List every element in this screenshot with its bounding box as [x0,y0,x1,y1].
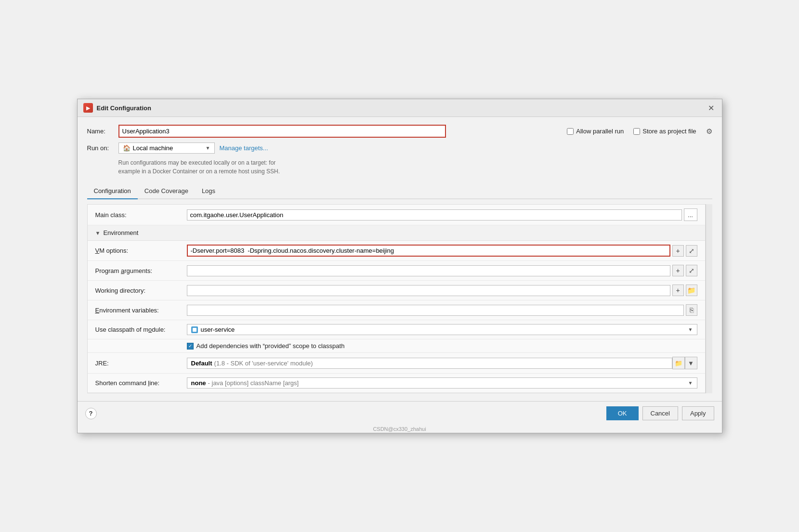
vm-options-input-group: + ⤢ [187,245,697,257]
jre-browse-button[interactable]: 📁 [672,357,685,369]
tabs-row: Configuration Code Coverage Logs [87,183,712,199]
dialog-body: Name: Allow parallel run Store as projec… [78,117,722,401]
working-directory-input[interactable] [187,285,670,296]
vm-options-label: VM options: [95,247,187,254]
run-on-label: Run on: [87,144,114,152]
environment-variables-copy-button[interactable]: ⎘ [686,304,697,316]
jre-dropdown-button[interactable]: ▼ [685,357,697,369]
content-wrapper: Main class: ... ▼ Environment VM options… [87,204,712,393]
run-on-select[interactable]: 🏠 Local machine ▼ [118,143,215,154]
home-icon: 🏠 [123,144,131,152]
environment-section-title: Environment [103,229,138,236]
run-on-value: Local machine [133,144,173,152]
vm-options-add-button[interactable]: + [672,245,684,257]
environment-section-header[interactable]: ▼ Environment [88,225,705,241]
jre-value-light: (1.8 - SDK of 'user-service' module) [214,360,313,367]
classpath-row: Use classpath of module: user-service ▼ [88,320,705,339]
scrollbar[interactable] [706,204,712,393]
tab-code-coverage[interactable]: Code Coverage [138,183,195,198]
program-arguments-expand-button[interactable]: ⤢ [686,265,697,276]
jre-row: JRE: Default (1.8 - SDK of 'user-service… [88,353,705,374]
watermark: CSDN@cx330_zhahui [78,425,722,433]
working-directory-browse-button[interactable]: 📁 [686,285,697,296]
shorten-value-light: - java [options] className [args] [208,379,299,387]
main-class-input[interactable] [187,209,682,221]
gear-icon[interactable]: ⚙ [706,127,712,136]
name-row: Name: Allow parallel run Store as projec… [87,125,712,138]
name-options: Allow parallel run Store as project file… [567,127,712,136]
cancel-button[interactable]: Cancel [642,406,678,420]
vm-options-expand-button[interactable]: ⤢ [686,245,697,257]
working-directory-add-button[interactable]: + [672,285,684,296]
jre-select[interactable]: Default (1.8 - SDK of 'user-service' mod… [187,358,672,369]
jre-label: JRE: [95,360,187,367]
jre-value-bold: Default [191,360,212,367]
manage-targets-link[interactable]: Manage targets... [220,144,268,152]
main-class-input-group: ... [187,208,697,221]
tab-logs[interactable]: Logs [195,183,222,198]
main-class-label: Main class: [95,211,187,219]
main-class-browse-button[interactable]: ... [684,208,697,221]
add-dependencies-label[interactable]: ✓ Add dependencies with “provided” scope… [187,342,697,350]
environment-variables-label: Environment variables: [95,307,187,314]
shorten-command-row: Shorten command line: none - java [optio… [88,374,705,393]
name-input[interactable] [118,125,446,138]
close-button[interactable]: ✕ [707,103,716,113]
allow-parallel-checkbox[interactable] [567,128,574,135]
vm-options-row: VM options: + ⤢ [88,241,705,261]
environment-variables-input-group: ⎘ [187,304,697,316]
environment-variables-row: Environment variables: ⎘ [88,300,705,320]
hint-text: Run configurations may be executed local… [118,158,712,176]
module-select-arrow: ▼ [688,327,693,332]
tab-configuration[interactable]: Configuration [87,183,138,198]
shorten-select[interactable]: none - java [options] className [args] ▼ [187,377,697,389]
jre-buttons: 📁 ▼ [672,357,697,369]
working-directory-input-group: + 📁 [187,285,697,296]
shorten-value-bold: none [191,379,206,387]
dialog-title: Edit Configuration [97,104,151,112]
apply-button[interactable]: Apply [682,406,714,420]
shorten-command-label: Shorten command line: [95,379,187,387]
program-arguments-row: Program arguments: + ⤢ [88,261,705,281]
dialog-footer: ? OK Cancel Apply [78,401,722,425]
title-bar: ▶ Edit Configuration ✕ [78,99,722,117]
title-bar-left: ▶ Edit Configuration [83,103,151,113]
module-icon [191,326,198,333]
module-select[interactable]: user-service ▼ [187,324,697,335]
run-on-dropdown-arrow: ▼ [206,145,210,151]
environment-variables-input[interactable] [187,305,684,316]
run-on-row: Run on: 🏠 Local machine ▼ Manage targets… [87,143,712,154]
working-directory-label: Working directory: [95,287,187,294]
ok-button[interactable]: OK [606,406,639,420]
program-arguments-add-button[interactable]: + [672,265,684,276]
store-as-project-checkbox[interactable] [633,128,640,135]
program-arguments-input[interactable] [187,265,670,276]
app-icon: ▶ [83,103,93,113]
classpath-label: Use classpath of module: [95,326,187,333]
shorten-select-arrow: ▼ [688,380,693,386]
add-dependencies-checkbox[interactable]: ✓ [187,343,194,350]
name-label: Name: [87,128,114,135]
main-class-row: Main class: ... [88,205,705,225]
content-area: Main class: ... ▼ Environment VM options… [87,204,706,393]
store-as-project-label[interactable]: Store as project file [633,128,696,135]
program-arguments-label: Program arguments: [95,267,187,274]
edit-configuration-dialog: ▶ Edit Configuration ✕ Name: Allow paral… [77,99,722,433]
module-name: user-service [201,326,235,333]
allow-parallel-label[interactable]: Allow parallel run [567,128,624,135]
help-button[interactable]: ? [85,408,97,419]
program-arguments-input-group: + ⤢ [187,265,697,276]
footer-buttons: OK Cancel Apply [606,406,714,420]
vm-options-input[interactable] [187,245,670,257]
add-dependencies-row: ✓ Add dependencies with “provided” scope… [88,339,705,353]
working-directory-row: Working directory: + 📁 [88,281,705,300]
environment-toggle-icon: ▼ [95,230,101,236]
